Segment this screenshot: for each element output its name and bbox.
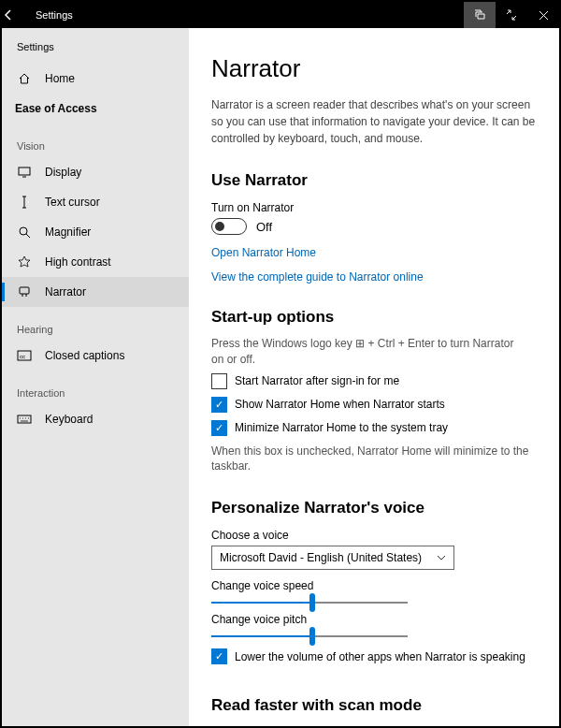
voice-heading: Personalize Narrator's voice (211, 499, 537, 517)
maximize-button[interactable] (496, 2, 527, 28)
closed-captions-icon: cc (15, 350, 34, 361)
checkbox-label: Minimize Narrator Home to the system tra… (235, 421, 448, 434)
sidebar-item-narrator[interactable]: Narrator (2, 277, 189, 307)
svg-point-1 (20, 227, 27, 235)
svg-rect-0 (19, 167, 30, 175)
sidebar-item-label: Closed captions (45, 349, 124, 362)
restore-button[interactable] (464, 2, 496, 28)
narrator-guide-link[interactable]: View the complete guide to Narrator onli… (211, 270, 537, 284)
titlebar: Settings (2, 2, 559, 28)
show-narrator-home-checkbox[interactable]: ✓ (211, 397, 227, 413)
keyboard-icon (15, 415, 34, 424)
scan-mode-desc: Turn Narrator on and press the caps lock… (211, 724, 537, 726)
svg-rect-5 (18, 415, 31, 423)
sidebar: Settings Home Ease of Access Vision Disp… (2, 28, 189, 726)
chevron-down-icon (437, 555, 446, 561)
pitch-slider-label: Change voice pitch (211, 613, 537, 626)
high-contrast-icon (15, 255, 34, 269)
display-icon (15, 167, 34, 178)
sidebar-item-closed-captions[interactable]: cc Closed captions (2, 341, 189, 371)
section-label-vision: Vision (2, 124, 189, 157)
use-narrator-heading: Use Narrator (211, 171, 537, 190)
sidebar-item-display[interactable]: Display (2, 157, 189, 187)
narrator-toggle[interactable] (211, 218, 247, 235)
toggle-state-text: Off (256, 220, 272, 234)
magnifier-icon (15, 226, 34, 239)
minimize-to-tray-checkbox[interactable]: ✓ (211, 420, 227, 436)
sidebar-item-label: Narrator (45, 285, 86, 298)
intro-text: Narrator is a screen reader that describ… (211, 96, 537, 147)
sidebar-item-magnifier[interactable]: Magnifier (2, 217, 189, 247)
svg-rect-2 (20, 287, 29, 294)
startup-heading: Start-up options (211, 308, 537, 327)
sidebar-item-label: Home (45, 72, 75, 85)
open-narrator-home-link[interactable]: Open Narrator Home (211, 246, 537, 259)
section-label-interaction: Interaction (2, 371, 189, 404)
sidebar-category-ease-of-access[interactable]: Ease of Access (2, 94, 189, 124)
sidebar-item-text-cursor[interactable]: Text cursor (2, 187, 189, 217)
window-title: Settings (30, 9, 73, 21)
section-label-hearing: Hearing (2, 307, 189, 341)
checkbox-label: Start Narrator after sign-in for me (235, 374, 399, 387)
lower-volume-checkbox[interactable]: ✓ (211, 648, 227, 664)
choose-voice-label: Choose a voice (211, 529, 537, 542)
sidebar-item-label: Ease of Access (15, 102, 97, 115)
sidebar-item-label: Display (45, 166, 81, 179)
toggle-label: Turn on Narrator (211, 201, 537, 214)
home-icon (15, 72, 34, 85)
speed-slider[interactable] (211, 602, 408, 604)
checkbox-label: Lower the volume of other apps when Narr… (235, 650, 525, 663)
minimize-helper: When this box is unchecked, Narrator Hom… (211, 444, 529, 475)
pitch-slider[interactable] (211, 635, 408, 637)
checkbox-label: Show Narrator Home when Narrator starts (235, 398, 445, 411)
svg-text:cc: cc (20, 354, 25, 359)
sidebar-item-label: Text cursor (45, 196, 100, 209)
close-button[interactable] (527, 2, 559, 28)
speed-slider-label: Change voice speed (211, 579, 537, 592)
sidebar-item-label: High contrast (45, 255, 111, 269)
back-button[interactable] (2, 8, 30, 22)
selected-voice: Microsoft David - English (United States… (220, 551, 422, 564)
scan-mode-heading: Read faster with scan mode (211, 696, 537, 715)
app-label: Settings (2, 37, 189, 64)
sidebar-item-label: Keyboard (45, 413, 93, 426)
voice-select[interactable]: Microsoft David - English (United States… (211, 546, 454, 570)
narrator-icon (15, 285, 34, 298)
sidebar-item-label: Magnifier (45, 226, 91, 239)
sidebar-item-keyboard[interactable]: Keyboard (2, 404, 189, 434)
start-after-signin-checkbox[interactable] (211, 373, 227, 389)
main-content: Narrator Narrator is a screen reader tha… (189, 28, 559, 726)
page-title: Narrator (211, 54, 537, 83)
hotkey-description: Press the Windows logo key ⊞ + Ctrl + En… (211, 336, 529, 368)
sidebar-item-high-contrast[interactable]: High contrast (2, 247, 189, 277)
sidebar-item-home[interactable]: Home (2, 64, 189, 94)
text-cursor-icon (15, 196, 34, 209)
